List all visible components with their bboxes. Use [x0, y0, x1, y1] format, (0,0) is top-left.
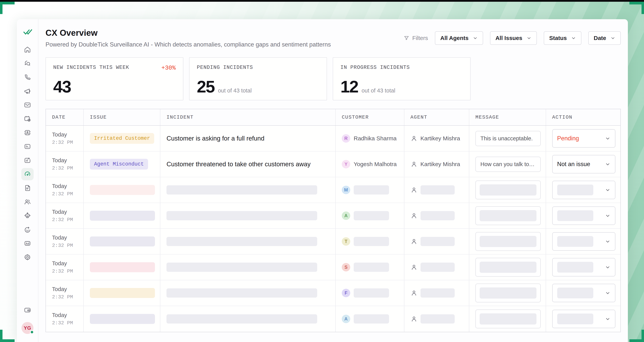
- action-cell: [546, 177, 620, 203]
- row-time: 2:32 PM: [52, 320, 73, 326]
- agent-name: Kartikey Mishra: [420, 161, 460, 167]
- issue-cell: [84, 306, 160, 332]
- agent-skeleton: [420, 288, 455, 298]
- action-skeleton: [557, 288, 594, 298]
- message-cell: How can you talk to…: [469, 151, 546, 177]
- message-box[interactable]: [476, 309, 540, 328]
- agent-cell: [404, 255, 470, 280]
- gear-icon: [24, 253, 31, 261]
- message-box[interactable]: [476, 206, 540, 225]
- action-dropdown[interactable]: [552, 284, 616, 302]
- sidebar-item-contacts[interactable]: [21, 126, 34, 139]
- stat-card-new-incidents: NEW INCIDENTS THIS WEEK +30% 43: [46, 57, 183, 100]
- table-row: Today 2:32 PM M: [46, 177, 620, 203]
- message-skeleton: [480, 262, 536, 273]
- filter-all-agents[interactable]: All Agents: [435, 31, 483, 45]
- agent-skeleton: [420, 237, 455, 246]
- sidebar-item-inbox[interactable]: [21, 98, 34, 112]
- issue-badge: Agent Misconduct: [90, 159, 148, 169]
- action-label: Not an issue: [557, 161, 590, 168]
- sidebar-item-chats[interactable]: [21, 57, 34, 70]
- action-dropdown[interactable]: [552, 232, 616, 251]
- customer-cell: Y Yogesh Malhotra: [336, 151, 404, 177]
- chart-up-arrow-icon: [24, 156, 31, 164]
- user-avatar[interactable]: YG: [22, 322, 34, 334]
- sidebar-item-growth[interactable]: [21, 153, 34, 167]
- row-time: 2:32 PM: [52, 217, 73, 223]
- filter-date[interactable]: Date: [588, 31, 621, 45]
- col-header-message: MESSAGE: [469, 109, 546, 125]
- message-box[interactable]: This is unacceptable.: [476, 131, 540, 146]
- action-skeleton: [557, 262, 594, 273]
- agent-name: Kartikey Mishra: [420, 135, 460, 142]
- sidebar-item-ai-assistant[interactable]: [21, 223, 34, 236]
- corner-bracket-top-left: [0, 2, 14, 14]
- sidebar-item-chatbot[interactable]: [21, 209, 34, 223]
- table-row: Today 2:32 PM F: [46, 280, 620, 306]
- customer-cell: S: [336, 255, 404, 280]
- chevron-down-icon: [610, 36, 616, 41]
- message-box[interactable]: [476, 284, 540, 302]
- col-header-issue: ISSUE: [84, 109, 160, 125]
- date-cell: Today 2:32 PM: [46, 280, 84, 306]
- incident-skeleton: [166, 263, 317, 272]
- table-row: Today 2:32 PM Agent Misconduct Customer …: [46, 151, 620, 177]
- customer-avatar: A: [342, 212, 350, 220]
- stat-label: IN PROGRESS INCIDENTS: [340, 65, 410, 70]
- customer-skeleton: [354, 288, 389, 298]
- sidebar-item-wallet[interactable]: [21, 303, 34, 317]
- chevron-down-icon: [571, 36, 576, 41]
- agent-skeleton: [420, 314, 455, 323]
- agent-cell: [404, 203, 470, 228]
- issue-badge: [90, 288, 155, 298]
- action-dropdown[interactable]: [552, 258, 616, 276]
- action-dropdown[interactable]: Pending: [552, 129, 616, 148]
- filter-status[interactable]: Status: [544, 31, 582, 45]
- agent-cell: [404, 229, 470, 254]
- sidebar-item-settings[interactable]: [21, 250, 34, 264]
- incident-text: Customer threatened to take other custom…: [166, 160, 310, 168]
- filters-toggle[interactable]: Filters: [404, 35, 428, 41]
- stat-label: NEW INCIDENTS THIS WEEK: [53, 65, 129, 70]
- sidebar-item-calls[interactable]: [21, 70, 34, 84]
- filter-all-issues[interactable]: All Issues: [490, 31, 537, 45]
- person-icon: [410, 238, 418, 245]
- action-dropdown[interactable]: Not an issue: [552, 155, 616, 174]
- action-dropdown[interactable]: [552, 207, 616, 225]
- chevron-down-icon: [605, 161, 610, 167]
- message-box[interactable]: [476, 258, 540, 277]
- agent-cell: [404, 306, 470, 332]
- sidebar-item-broadcast[interactable]: [21, 84, 34, 98]
- person-icon: [410, 212, 418, 219]
- sidebar-item-ads[interactable]: Ad: [21, 236, 34, 250]
- col-header-date: DATE: [46, 109, 84, 125]
- message-box[interactable]: [476, 232, 540, 251]
- filters-label: Filters: [412, 35, 428, 41]
- action-skeleton: [557, 313, 594, 324]
- stat-suffix: out of 43 total: [218, 87, 252, 94]
- message-skeleton: [480, 287, 536, 298]
- issue-cell: [84, 229, 160, 254]
- date-cell: Today 2:32 PM: [46, 229, 84, 254]
- incident-skeleton: [166, 314, 317, 323]
- incident-cell: [160, 306, 336, 332]
- message-box[interactable]: How can you talk to…: [476, 157, 540, 172]
- action-dropdown[interactable]: [552, 310, 616, 328]
- action-dropdown[interactable]: [552, 181, 616, 199]
- customer-skeleton: [354, 237, 389, 246]
- sidebar-item-documents[interactable]: [21, 181, 34, 195]
- sidebar-item-analytics[interactable]: [21, 139, 34, 153]
- table-row: Today 2:32 PM A: [46, 306, 620, 332]
- message-cell: [469, 177, 546, 203]
- chats-icon: [24, 60, 31, 67]
- sidebar-item-surveillance[interactable]: [21, 167, 34, 181]
- stat-card-pending-incidents: PENDING INCIDENTS 25 out of 43 total: [189, 57, 327, 100]
- customer-skeleton: [354, 263, 389, 272]
- filter-status-label: Status: [549, 35, 567, 41]
- page-header: CX Overview Powered by DoubleTick Survei…: [46, 28, 621, 48]
- sidebar-item-calendar[interactable]: [21, 112, 34, 126]
- message-box[interactable]: [476, 181, 540, 199]
- incidents-table: DATE ISSUE INCIDENT CUSTOMER AGENT MESSA…: [46, 109, 621, 332]
- sidebar-item-home[interactable]: [21, 43, 34, 57]
- sidebar-item-team[interactable]: [21, 195, 34, 209]
